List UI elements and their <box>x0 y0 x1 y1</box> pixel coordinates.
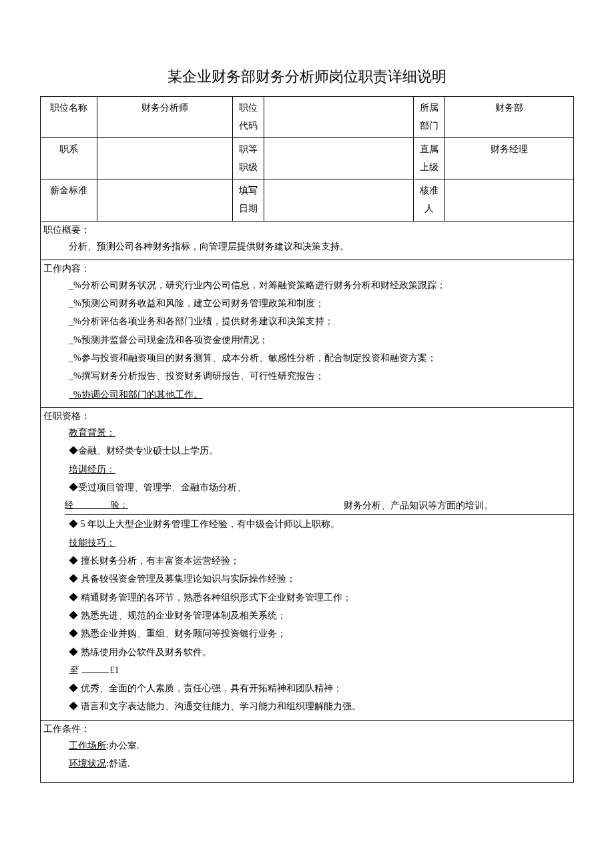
trait-item: ◆ 优秀、全面的个人素质，责任心强，具有开拓精神和团队精神； <box>69 679 573 697</box>
value-job-grade <box>264 138 414 179</box>
label-fill-date: 填写日期 <box>233 179 264 221</box>
work-item: _%预测公司财务收益和风险，建立公司财务管理政策和制度； <box>69 294 573 312</box>
work-item: _%分析评估各项业务和各部门业绩，提供财务建议和决策支持； <box>69 312 573 330</box>
value-supervisor: 财务经理 <box>445 138 574 179</box>
exp-label: 经验： <box>65 500 128 510</box>
value-position-name: 财务分析师 <box>97 97 233 138</box>
overview-label: 职位概要： <box>41 222 573 238</box>
section-overview: 职位概要： 分析、预测公司各种财务指标，向管理层提供财务建议和决策支持。 <box>40 222 574 260</box>
value-department: 财务部 <box>445 97 574 138</box>
value-fill-date <box>264 179 414 221</box>
section-work: 工作内容： _%分析公司财务状况，研究行业内公司信息，对筹融资策略进行财务分析和… <box>40 260 574 408</box>
value-job-family <box>97 138 233 179</box>
value-approver <box>445 179 574 221</box>
label-department: 所属部门 <box>414 97 445 138</box>
trait-item: ◆ 语言和文字表达能力、沟通交往能力、学习能力和组织理解能力强。 <box>69 697 573 715</box>
work-item: _%预测并监督公司现金流和各项资金使用情况； <box>69 331 573 349</box>
env-label: 环境状况 <box>69 759 106 769</box>
skill-item: ◆ 具备较强资金管理及募集理论知识与实际操作经验； <box>69 570 573 588</box>
qual-label: 任职资格： <box>41 408 573 424</box>
skill-item: ◆ 熟悉先进、规范的企业财务管理体制及相关系统； <box>69 606 573 624</box>
header-row-1: 职位名称 财务分析师 职位代码 所属部门 财务部 <box>41 97 574 138</box>
edu-label: 教育背景： <box>69 428 115 438</box>
skill-label: 技能技巧： <box>69 538 115 548</box>
value-position-code <box>264 97 414 138</box>
train-item-left: ◆受过项目管理、管理学、金融市场分析、 <box>69 478 573 496</box>
edu-item: ◆金融、财经类专业硕士以上学历。 <box>69 442 573 460</box>
label-supervisor: 直属上级 <box>414 138 445 179</box>
label-position-code: 职位代码 <box>233 97 264 138</box>
header-table: 职位名称 财务分析师 职位代码 所属部门 财务部 职系 职等职级 直属上级 财务… <box>40 96 574 222</box>
train-label: 培训经历： <box>69 464 115 474</box>
skill-item: ◆ 熟悉企业并购、重组、财务顾问等投资银行业务； <box>69 624 573 642</box>
work-label: 工作内容： <box>41 260 573 276</box>
skill-item: ◆ 熟练使用办公软件及财务软件。 <box>69 643 573 661</box>
label-salary: 薪金标准 <box>41 179 97 221</box>
work-item: _%协调公司和部门的其他工作。 <box>69 386 573 404</box>
strange-line: 至 £1 <box>69 661 573 679</box>
label-job-family: 职系 <box>41 138 97 179</box>
work-item: _%分析公司财务状况，研究行业内公司信息，对筹融资策略进行财务分析和财经政策跟踪… <box>69 276 573 294</box>
work-item: _%参与投资和融资项目的财务测算、成本分析、敏感性分析，配合制定投资和融资方案； <box>69 349 573 367</box>
label-approver: 核准人 <box>414 179 445 221</box>
train-item-right: 财务分析、产品知识等方面的培训。 <box>344 496 573 514</box>
header-row-2: 职系 职等职级 直属上级 财务经理 <box>41 138 574 179</box>
header-row-3: 薪金标准 填写日期 核准人 <box>41 179 574 221</box>
env-value: :舒适. <box>106 759 129 769</box>
label-position-name: 职位名称 <box>41 97 97 138</box>
work-item: _%撰写财务分析报告、投资财务调研报告、可行性研究报告； <box>69 367 573 385</box>
skill-item: ◆ 擅长财务分析，有丰富资本运营经验； <box>69 552 573 570</box>
place-label: 工作场所 <box>69 741 106 751</box>
cond-label: 工作条件： <box>41 721 573 737</box>
label-job-grade: 职等职级 <box>233 138 264 179</box>
document-title: 某企业财务部财务分析师岗位职责详细说明 <box>40 67 574 87</box>
skill-item: ◆ 精通财务管理的各环节，熟悉各种组织形式下企业财务管理工作； <box>69 588 573 606</box>
section-qualifications: 任职资格： 教育背景： ◆金融、财经类专业硕士以上学历。 培训经历： ◆受过项目… <box>40 408 574 721</box>
section-conditions: 工作条件： 工作场所:办公室. 环境状况:舒适. <box>40 721 574 783</box>
place-value: :办公室. <box>106 741 139 751</box>
overview-text: 分析、预测公司各种财务指标，向管理层提供财务建议和决策支持。 <box>69 238 573 256</box>
value-salary <box>97 179 233 221</box>
exp-item: ◆ 5 年以上大型企业财务管理工作经验，有中级会计师以上职称。 <box>69 515 573 533</box>
